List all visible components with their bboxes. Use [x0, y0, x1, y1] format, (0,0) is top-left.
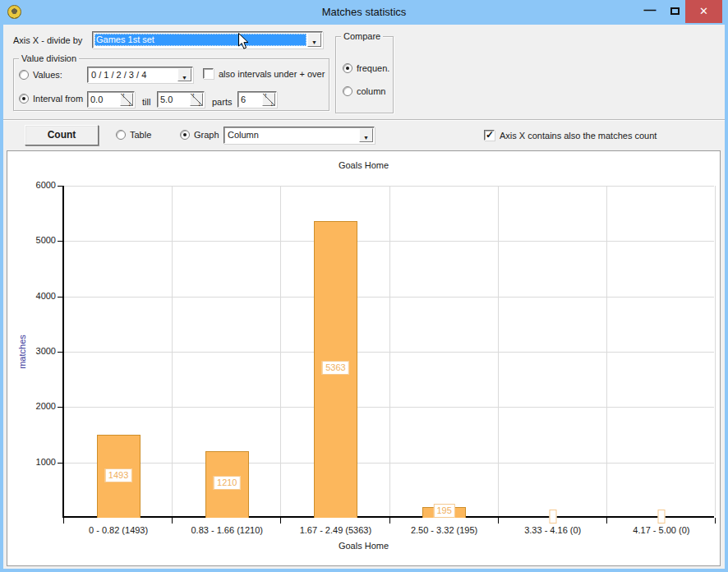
x-tick: [606, 518, 607, 524]
close-icon: ✕: [699, 5, 708, 17]
axis-x-divide-label: Axis X - divide by: [13, 35, 82, 45]
checkbox-label: Axis X contains also the matches count: [500, 131, 657, 141]
radio-icon: [19, 70, 29, 80]
radio-table[interactable]: Table: [116, 130, 151, 140]
checkbox-icon: [484, 130, 495, 141]
x-tick: [389, 518, 390, 524]
dialog-content: Axis X - divide by Games 1st set Compare…: [3, 25, 725, 569]
radio-label: frequen.: [357, 63, 389, 73]
v-gridline: [498, 186, 499, 516]
x-category-label: 0 - 0.82 (1493): [64, 525, 173, 535]
window-title: Matches statistics: [0, 6, 728, 18]
checkbox-icon: [203, 68, 214, 79]
y-tick-label: 1000: [13, 457, 56, 467]
checkbox-label: also intervals under + over: [219, 69, 325, 79]
radio-icon: [343, 86, 352, 96]
x-category-label: 4.17 - 5.00 (0): [607, 525, 716, 535]
combo-dropdown-icon[interactable]: [359, 128, 373, 142]
radio-graph[interactable]: Graph: [180, 130, 219, 140]
radio-label: column: [357, 86, 385, 96]
parts-value: 6: [241, 94, 261, 105]
radio-icon: [19, 94, 29, 104]
mouse-cursor: [237, 33, 250, 50]
y-tick-label: 6000: [13, 180, 56, 190]
radio-label: Table: [130, 130, 151, 140]
app-window: Matches statistics — ✕ Axis X - divide b…: [0, 0, 728, 572]
radio-label: Values:: [33, 70, 62, 80]
radio-label: Graph: [194, 130, 219, 140]
x-tick: [280, 518, 281, 524]
combo-dropdown-icon[interactable]: [177, 68, 191, 81]
interval-till-spinedit[interactable]: 5.0 ↑↓: [157, 91, 205, 108]
x-axis-label: Goals Home: [7, 541, 720, 551]
bar-value-label: 5363: [322, 361, 348, 375]
x-category-label: 1.67 - 2.49 (5363): [281, 525, 389, 535]
spin-updown-icon[interactable]: ↑↓: [262, 93, 275, 106]
bar-value-label: 1210: [214, 476, 240, 490]
interval-from-spinedit[interactable]: 0.0 ↑↓: [87, 91, 135, 108]
graph-type-combobox[interactable]: Column: [223, 127, 375, 144]
y-tick: [58, 407, 62, 408]
bar-value-label: [657, 510, 665, 524]
axis-x-selected-value: Games 1st set: [94, 34, 306, 46]
x-category-label: 0.83 - 1.66 (1210): [173, 525, 281, 535]
radio-label: Interval from: [33, 94, 83, 104]
v-gridline: [389, 186, 390, 516]
maximize-icon: [670, 7, 680, 15]
radio-icon: [343, 63, 352, 73]
compare-groupbox: Compare frequen. column: [335, 36, 394, 113]
spin-updown-icon[interactable]: ↑↓: [190, 93, 203, 106]
spin-updown-icon[interactable]: ↑↓: [120, 93, 133, 106]
radio-icon: [180, 130, 190, 140]
radio-icon: [116, 130, 126, 140]
y-tick-label: 3000: [13, 346, 56, 356]
x-tick: [715, 518, 716, 524]
value-division-groupbox: Value division Values: 0 / 1 / 2 / 3 / 4…: [13, 58, 329, 111]
values-selected-value: 0 / 1 / 2 / 3 / 4: [90, 69, 177, 81]
radio-compare-frequency[interactable]: frequen.: [343, 63, 389, 73]
also-intervals-checkbox[interactable]: also intervals under + over: [203, 68, 325, 79]
axis-x-count-checkbox[interactable]: Axis X contains also the matches count: [484, 130, 657, 141]
bar-value-label: 1493: [105, 468, 131, 482]
y-tick-label: 5000: [13, 235, 56, 245]
title-bar: Matches statistics — ✕: [0, 0, 728, 25]
v-gridline: [280, 186, 281, 516]
bar-value-label: 195: [433, 504, 454, 518]
radio-values[interactable]: Values:: [19, 70, 62, 80]
minimize-button[interactable]: —: [638, 0, 662, 23]
interval-from-value: 0.0: [90, 94, 119, 105]
count-button[interactable]: Count: [25, 125, 99, 145]
axis-x-combobox[interactable]: Games 1st set: [92, 31, 323, 48]
close-button[interactable]: ✕: [685, 0, 722, 23]
y-tick: [58, 352, 62, 353]
v-gridline: [172, 186, 173, 516]
graph-type-selected-value: Column: [226, 129, 358, 141]
radio-compare-column[interactable]: column: [343, 86, 385, 96]
y-tick: [58, 186, 62, 187]
till-label: till: [142, 97, 150, 107]
parts-spinedit[interactable]: 6 ↑↓: [237, 91, 277, 108]
value-division-group-title: Value division: [19, 53, 79, 63]
combo-dropdown-icon[interactable]: [307, 33, 321, 47]
radio-interval[interactable]: Interval from: [19, 94, 83, 104]
x-tick: [172, 518, 173, 524]
bar-value-label: [549, 510, 556, 524]
x-tick: [498, 518, 499, 524]
chart-panel: Goals Home matches 100020003000400050006…: [7, 150, 721, 566]
y-tick: [58, 463, 62, 464]
interval-till-value: 5.0: [160, 94, 189, 105]
separator: [3, 119, 725, 121]
x-category-label: 3.33 - 4.16 (0): [499, 525, 607, 535]
v-gridline: [715, 186, 716, 516]
values-combobox[interactable]: 0 / 1 / 2 / 3 / 4: [87, 67, 193, 83]
parts-label: parts: [212, 97, 232, 107]
x-category-label: 2.50 - 3.32 (195): [390, 525, 499, 535]
compare-group-title: Compare: [341, 31, 383, 41]
y-tick: [58, 297, 62, 298]
maximize-button[interactable]: [662, 0, 687, 23]
plot-area: 10002000300040005000600014930 - 0.82 (14…: [62, 186, 714, 518]
chart-title: Goals Home: [7, 160, 720, 170]
x-tick: [63, 518, 64, 524]
y-tick-label: 2000: [13, 401, 56, 411]
v-gridline: [606, 186, 607, 516]
